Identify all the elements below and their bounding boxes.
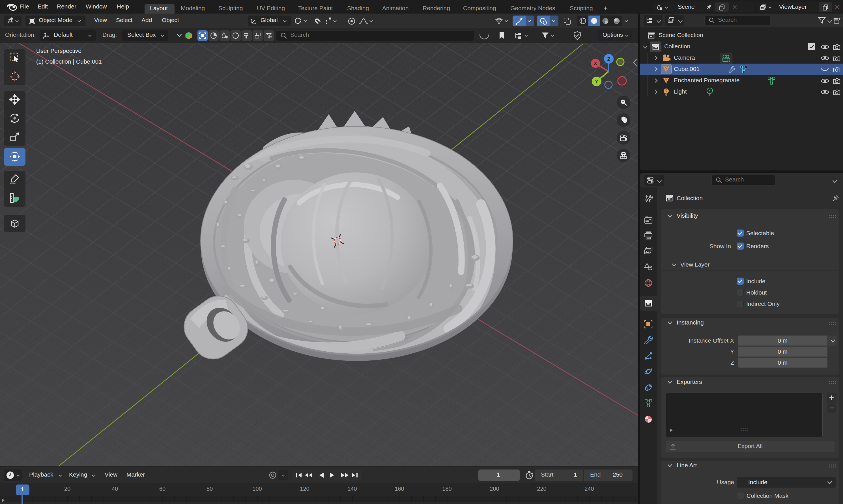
svg-text:Z: Z (607, 56, 610, 62)
svg-text:X: X (594, 61, 597, 66)
svg-text:Y: Y (595, 79, 598, 85)
